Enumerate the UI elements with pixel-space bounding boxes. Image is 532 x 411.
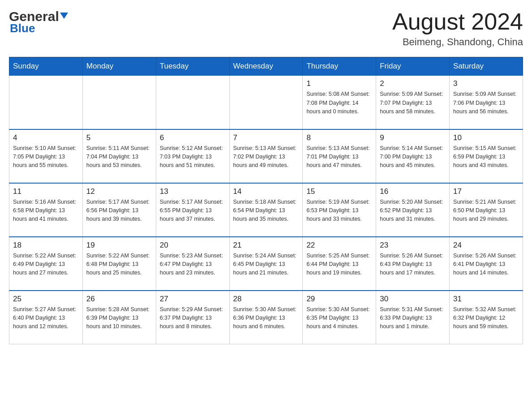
calendar-cell: 10Sunrise: 5:15 AM Sunset: 6:59 PM Dayli… [450, 129, 523, 183]
title-block: August 2024 Beimeng, Shandong, China [392, 9, 523, 48]
day-number: 4 [13, 133, 79, 142]
calendar-cell: 21Sunrise: 5:24 AM Sunset: 6:45 PM Dayli… [229, 237, 303, 291]
calendar-cell: 20Sunrise: 5:23 AM Sunset: 6:47 PM Dayli… [156, 237, 229, 291]
calendar-cell: 4Sunrise: 5:10 AM Sunset: 7:05 PM Daylig… [9, 129, 83, 183]
weekday-header-sunday: Sunday [9, 57, 83, 76]
day-info: Sunrise: 5:26 AM Sunset: 6:43 PM Dayligh… [380, 252, 446, 278]
calendar-cell: 17Sunrise: 5:21 AM Sunset: 6:50 PM Dayli… [450, 183, 523, 237]
day-number: 16 [380, 187, 446, 196]
day-number: 22 [306, 241, 372, 250]
day-number: 2 [380, 79, 446, 88]
day-number: 25 [13, 295, 79, 304]
calendar-cell: 1Sunrise: 5:08 AM Sunset: 7:08 PM Daylig… [303, 76, 376, 129]
day-info: Sunrise: 5:18 AM Sunset: 6:54 PM Dayligh… [233, 198, 299, 224]
day-info: Sunrise: 5:25 AM Sunset: 6:44 PM Dayligh… [306, 252, 372, 278]
day-info: Sunrise: 5:14 AM Sunset: 7:00 PM Dayligh… [380, 144, 446, 170]
day-info: Sunrise: 5:30 AM Sunset: 6:36 PM Dayligh… [233, 305, 299, 331]
calendar-cell: 7Sunrise: 5:13 AM Sunset: 7:02 PM Daylig… [229, 129, 303, 183]
weekday-header-friday: Friday [376, 57, 450, 76]
calendar-cell: 27Sunrise: 5:29 AM Sunset: 6:37 PM Dayli… [156, 291, 229, 344]
day-info: Sunrise: 5:29 AM Sunset: 6:37 PM Dayligh… [160, 305, 226, 331]
day-info: Sunrise: 5:31 AM Sunset: 6:33 PM Dayligh… [380, 305, 446, 331]
svg-marker-0 [60, 13, 68, 19]
calendar-week-row: 4Sunrise: 5:10 AM Sunset: 7:05 PM Daylig… [9, 129, 523, 183]
day-number: 19 [86, 241, 152, 250]
day-number: 18 [13, 241, 79, 250]
day-info: Sunrise: 5:23 AM Sunset: 6:47 PM Dayligh… [160, 252, 226, 278]
calendar-cell: 2Sunrise: 5:09 AM Sunset: 7:07 PM Daylig… [376, 76, 450, 129]
weekday-header-monday: Monday [82, 57, 156, 76]
day-info: Sunrise: 5:30 AM Sunset: 6:35 PM Dayligh… [306, 305, 372, 331]
day-info: Sunrise: 5:13 AM Sunset: 7:02 PM Dayligh… [233, 144, 299, 170]
calendar-cell: 15Sunrise: 5:19 AM Sunset: 6:53 PM Dayli… [303, 183, 376, 237]
day-info: Sunrise: 5:09 AM Sunset: 7:07 PM Dayligh… [380, 90, 446, 116]
calendar-cell [229, 76, 303, 129]
calendar-cell [82, 76, 156, 129]
calendar-cell: 22Sunrise: 5:25 AM Sunset: 6:44 PM Dayli… [303, 237, 376, 291]
day-number: 11 [13, 187, 79, 196]
day-number: 23 [380, 241, 446, 250]
calendar-week-row: 25Sunrise: 5:27 AM Sunset: 6:40 PM Dayli… [9, 291, 523, 344]
day-info: Sunrise: 5:17 AM Sunset: 6:55 PM Dayligh… [160, 198, 226, 224]
day-number: 7 [233, 133, 299, 142]
calendar-week-row: 18Sunrise: 5:22 AM Sunset: 6:49 PM Dayli… [9, 237, 523, 291]
calendar-cell: 18Sunrise: 5:22 AM Sunset: 6:49 PM Dayli… [9, 237, 83, 291]
calendar-table: SundayMondayTuesdayWednesdayThursdayFrid… [9, 57, 523, 344]
day-number: 1 [306, 79, 372, 88]
day-number: 17 [453, 187, 519, 196]
page-header: General Blue August 2024 Beimeng, Shando… [9, 9, 523, 48]
calendar-cell: 30Sunrise: 5:31 AM Sunset: 6:33 PM Dayli… [376, 291, 450, 344]
day-number: 10 [453, 133, 519, 142]
day-info: Sunrise: 5:26 AM Sunset: 6:41 PM Dayligh… [453, 252, 519, 278]
day-number: 28 [233, 295, 299, 304]
logo-triangle-icon [60, 11, 70, 21]
day-number: 27 [160, 295, 226, 304]
location-title: Beimeng, Shandong, China [392, 36, 523, 48]
day-number: 21 [233, 241, 299, 250]
day-info: Sunrise: 5:22 AM Sunset: 6:49 PM Dayligh… [13, 252, 79, 278]
day-info: Sunrise: 5:09 AM Sunset: 7:06 PM Dayligh… [453, 90, 519, 116]
day-number: 24 [453, 241, 519, 250]
calendar-week-row: 11Sunrise: 5:16 AM Sunset: 6:58 PM Dayli… [9, 183, 523, 237]
calendar-cell: 5Sunrise: 5:11 AM Sunset: 7:04 PM Daylig… [82, 129, 156, 183]
calendar-cell: 11Sunrise: 5:16 AM Sunset: 6:58 PM Dayli… [9, 183, 83, 237]
day-info: Sunrise: 5:12 AM Sunset: 7:03 PM Dayligh… [160, 144, 226, 170]
calendar-cell: 19Sunrise: 5:22 AM Sunset: 6:48 PM Dayli… [82, 237, 156, 291]
calendar-cell: 13Sunrise: 5:17 AM Sunset: 6:55 PM Dayli… [156, 183, 229, 237]
day-info: Sunrise: 5:08 AM Sunset: 7:08 PM Dayligh… [306, 90, 372, 116]
logo-blue-text: Blue [9, 21, 35, 35]
day-info: Sunrise: 5:10 AM Sunset: 7:05 PM Dayligh… [13, 144, 79, 170]
day-number: 5 [86, 133, 152, 142]
day-number: 26 [86, 295, 152, 304]
day-info: Sunrise: 5:20 AM Sunset: 6:52 PM Dayligh… [380, 198, 446, 224]
calendar-cell: 26Sunrise: 5:28 AM Sunset: 6:39 PM Dayli… [82, 291, 156, 344]
day-number: 29 [306, 295, 372, 304]
weekday-header-row: SundayMondayTuesdayWednesdayThursdayFrid… [9, 57, 523, 76]
calendar-cell: 24Sunrise: 5:26 AM Sunset: 6:41 PM Dayli… [450, 237, 523, 291]
calendar-cell [156, 76, 229, 129]
day-number: 8 [306, 133, 372, 142]
calendar-cell: 23Sunrise: 5:26 AM Sunset: 6:43 PM Dayli… [376, 237, 450, 291]
day-info: Sunrise: 5:28 AM Sunset: 6:39 PM Dayligh… [86, 305, 152, 331]
day-info: Sunrise: 5:27 AM Sunset: 6:40 PM Dayligh… [13, 305, 79, 331]
calendar-cell: 28Sunrise: 5:30 AM Sunset: 6:36 PM Dayli… [229, 291, 303, 344]
weekday-header-saturday: Saturday [450, 57, 523, 76]
calendar-cell: 29Sunrise: 5:30 AM Sunset: 6:35 PM Dayli… [303, 291, 376, 344]
day-info: Sunrise: 5:17 AM Sunset: 6:56 PM Dayligh… [86, 198, 152, 224]
day-info: Sunrise: 5:24 AM Sunset: 6:45 PM Dayligh… [233, 252, 299, 278]
day-info: Sunrise: 5:21 AM Sunset: 6:50 PM Dayligh… [453, 198, 519, 224]
calendar-cell: 31Sunrise: 5:32 AM Sunset: 6:32 PM Dayli… [450, 291, 523, 344]
day-info: Sunrise: 5:13 AM Sunset: 7:01 PM Dayligh… [306, 144, 372, 170]
day-number: 14 [233, 187, 299, 196]
day-number: 15 [306, 187, 372, 196]
day-number: 6 [160, 133, 226, 142]
weekday-header-thursday: Thursday [303, 57, 376, 76]
day-info: Sunrise: 5:19 AM Sunset: 6:53 PM Dayligh… [306, 198, 372, 224]
calendar-week-row: 1Sunrise: 5:08 AM Sunset: 7:08 PM Daylig… [9, 76, 523, 129]
day-number: 12 [86, 187, 152, 196]
weekday-header-wednesday: Wednesday [229, 57, 303, 76]
calendar-cell: 8Sunrise: 5:13 AM Sunset: 7:01 PM Daylig… [303, 129, 376, 183]
day-info: Sunrise: 5:15 AM Sunset: 6:59 PM Dayligh… [453, 144, 519, 170]
calendar-cell: 6Sunrise: 5:12 AM Sunset: 7:03 PM Daylig… [156, 129, 229, 183]
calendar-cell: 25Sunrise: 5:27 AM Sunset: 6:40 PM Dayli… [9, 291, 83, 344]
